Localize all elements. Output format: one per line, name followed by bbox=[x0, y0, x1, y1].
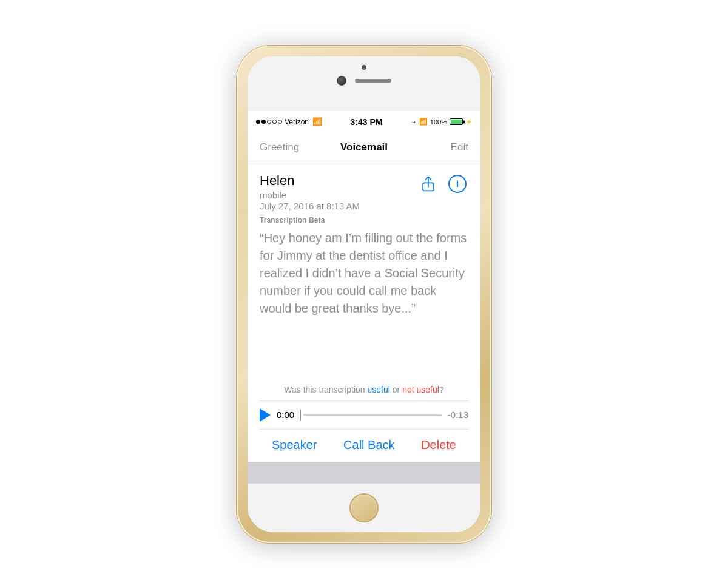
play-button[interactable] bbox=[260, 408, 271, 422]
phone-device: Verizon 📶 3:43 PM → 📶 100% ⚡ Greeting Vo… bbox=[237, 46, 491, 543]
charging-icon: ⚡ bbox=[465, 119, 472, 125]
sensor-dot bbox=[362, 65, 366, 70]
voicemail-datetime: July 27, 2016 at 8:13 AM bbox=[260, 201, 360, 211]
front-camera bbox=[337, 76, 346, 86]
signal-dot-4 bbox=[272, 120, 277, 124]
bluetooth-icon: 📶 bbox=[419, 118, 428, 126]
location-icon: → bbox=[411, 118, 417, 125]
earpiece-speaker bbox=[355, 79, 391, 83]
progress-container[interactable] bbox=[300, 410, 442, 421]
home-button[interactable] bbox=[349, 493, 379, 522]
caller-type: mobile bbox=[260, 190, 360, 200]
nav-title: Voicemail bbox=[340, 141, 388, 154]
caller-name: Helen bbox=[260, 173, 360, 189]
delete-button[interactable]: Delete bbox=[421, 438, 456, 452]
status-time: 3:43 PM bbox=[350, 117, 382, 127]
camera-speaker-row bbox=[337, 76, 391, 86]
audio-player: 0:00 -0:13 bbox=[260, 400, 468, 430]
share-button[interactable] bbox=[417, 173, 439, 195]
call-back-button[interactable]: Call Back bbox=[343, 438, 394, 452]
progress-divider bbox=[300, 410, 301, 421]
feedback-not-useful-link[interactable]: not useful bbox=[402, 385, 439, 394]
wifi-icon: 📶 bbox=[312, 117, 322, 126]
navigation-bar: Greeting Voicemail Edit bbox=[248, 133, 480, 163]
phone-screen: Verizon 📶 3:43 PM → 📶 100% ⚡ Greeting Vo… bbox=[248, 56, 480, 532]
signal-dot-3 bbox=[267, 120, 271, 124]
signal-dot-2 bbox=[261, 120, 266, 124]
status-bar: Verizon 📶 3:43 PM → 📶 100% ⚡ bbox=[248, 111, 480, 133]
nav-edit-button[interactable]: Edit bbox=[426, 141, 468, 154]
transcription-label: Transcription Beta bbox=[260, 216, 468, 225]
carrier-label: Verizon bbox=[285, 118, 309, 126]
transcription-feedback: Was this transcription useful or not use… bbox=[260, 385, 468, 394]
phone-bottom-hardware bbox=[248, 484, 480, 532]
voicemail-action-buttons: i bbox=[417, 173, 468, 195]
gray-separator-bar bbox=[248, 462, 480, 484]
feedback-text-before: Was this transcription bbox=[284, 385, 367, 394]
voicemail-header: Helen mobile July 27, 2016 at 8:13 AM bbox=[260, 173, 468, 211]
feedback-useful-link[interactable]: useful bbox=[368, 385, 390, 394]
voicemail-card: Helen mobile July 27, 2016 at 8:13 AM bbox=[248, 163, 480, 462]
signal-dot-1 bbox=[256, 120, 260, 124]
info-circle-icon: i bbox=[448, 175, 467, 193]
voicemail-info: Helen mobile July 27, 2016 at 8:13 AM bbox=[260, 173, 360, 211]
remaining-time: -0:13 bbox=[448, 410, 468, 420]
voicemail-content: Helen mobile July 27, 2016 at 8:13 AM bbox=[248, 163, 480, 484]
nav-greeting-button[interactable]: Greeting bbox=[260, 141, 302, 154]
info-button[interactable]: i bbox=[447, 173, 468, 195]
status-left: Verizon 📶 bbox=[256, 117, 322, 126]
progress-bar[interactable] bbox=[303, 414, 442, 416]
feedback-or: or bbox=[390, 385, 402, 394]
phone-top-hardware bbox=[248, 56, 480, 111]
signal-strength bbox=[256, 120, 282, 124]
battery-body bbox=[450, 118, 463, 125]
transcription-text: “Hey honey am I’m filling out the forms … bbox=[260, 229, 468, 379]
speaker-button[interactable]: Speaker bbox=[272, 438, 317, 452]
feedback-after: ? bbox=[439, 385, 444, 394]
battery-indicator bbox=[450, 118, 463, 125]
signal-dot-5 bbox=[278, 120, 282, 124]
current-time: 0:00 bbox=[277, 410, 294, 420]
battery-fill bbox=[451, 120, 462, 124]
status-right: → 📶 100% ⚡ bbox=[411, 118, 472, 126]
battery-percent: 100% bbox=[430, 118, 447, 126]
bottom-action-bar: Speaker Call Back Delete bbox=[260, 430, 468, 462]
